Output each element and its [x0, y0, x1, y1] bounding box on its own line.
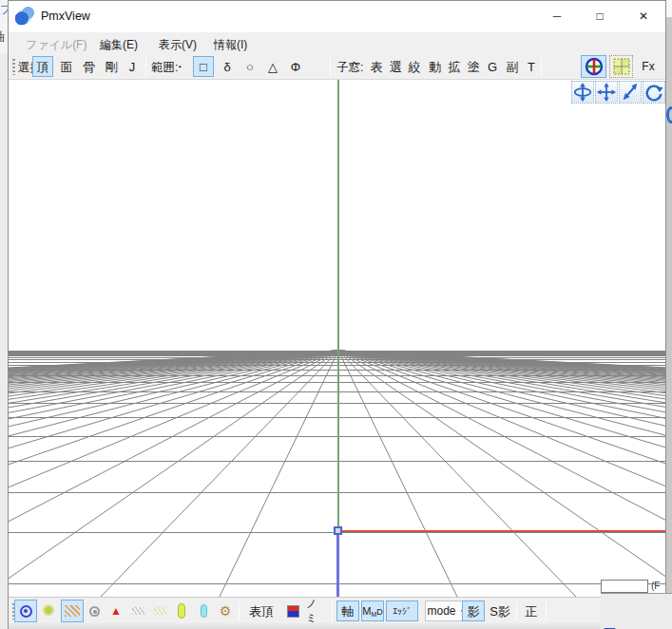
menu-file[interactable]: ファイル(F) — [23, 35, 89, 55]
mmd-icon: MMD — [362, 605, 383, 618]
fx-toggle-button[interactable]: Fx — [636, 56, 661, 77]
yellow-hatch-icon — [154, 607, 166, 615]
subwindow-t-button[interactable]: T — [523, 56, 540, 77]
green-capsule-icon — [178, 603, 185, 619]
pmxview-window: PmxView ─ □ ✕ ファイル(F) 編集(E) 表示(V) 情報(I) … — [8, 0, 666, 629]
title-bar[interactable]: PmxView ─ □ ✕ — [9, 1, 665, 32]
y-axis-line — [337, 80, 339, 531]
shadow-toggle[interactable]: 影 — [462, 600, 485, 621]
rotate-view-icon — [643, 82, 664, 103]
subwindow-filter-button[interactable]: 絞 — [405, 56, 424, 77]
subwindow-g-button[interactable]: G — [484, 56, 501, 77]
select-rigid-button[interactable]: 剛 — [101, 56, 122, 77]
pmxview-app-icon — [15, 7, 34, 26]
select-joint-button[interactable]: J — [123, 56, 142, 77]
main-toolbar: 選択: 頂 面 骨 剛 J 範囲: ・ □ δ ○ △ Φ 子窓: 表 選 絞 … — [9, 54, 665, 80]
background-icon-fragment — [666, 106, 672, 124]
bone-display-toggle[interactable] — [170, 600, 193, 622]
hatch-icon — [65, 605, 80, 617]
background-panel-fragment — [601, 593, 672, 629]
vertex-display-toggle[interactable] — [14, 600, 37, 622]
close-button[interactable]: ✕ — [628, 6, 659, 28]
subwindow-motion-button[interactable]: 動 — [426, 56, 445, 77]
subwindow-expand-button[interactable]: 拡 — [445, 56, 464, 77]
minimize-button[interactable]: ─ — [542, 6, 572, 28]
splat-display-toggle[interactable]: ✺ — [37, 600, 60, 622]
background-text-fragment: 軸 — [0, 29, 5, 46]
separator — [332, 601, 333, 620]
menu-view[interactable]: 表示(V) — [156, 35, 200, 55]
separator — [546, 601, 547, 620]
wire2-display-toggle[interactable] — [148, 600, 171, 622]
axis-view-icon — [585, 57, 604, 76]
zoom-arrow-icon — [620, 82, 641, 103]
subwindow-sub-button[interactable]: 副 — [503, 56, 522, 77]
triangle-icon: ▲ — [110, 605, 122, 617]
subwindow-display-button[interactable]: 表 — [367, 56, 386, 77]
front-view-button[interactable]: 正 — [521, 600, 542, 621]
range-phi-button[interactable]: Φ — [286, 56, 305, 77]
select-bone-button[interactable]: 骨 — [79, 56, 100, 77]
self-shadow-toggle[interactable]: S影 — [487, 600, 513, 621]
axis-view-toggle-button[interactable] — [581, 55, 606, 78]
viewport-3d[interactable] — [9, 80, 665, 597]
gray-hatch-icon — [132, 607, 144, 615]
z-axis-line — [336, 531, 339, 597]
menu-edit[interactable]: 編集(E) — [97, 35, 141, 55]
subwindow-select-button[interactable]: 選 — [386, 56, 405, 77]
hatch-display-toggle[interactable] — [61, 600, 84, 622]
range-circle-button[interactable]: ○ — [240, 56, 259, 77]
splat-icon: ✺ — [42, 603, 54, 619]
range-triangle-button[interactable]: △ — [263, 56, 282, 77]
edge-display-toggle[interactable]: ｴｯｼﾞ — [386, 600, 418, 621]
subwindow-label: 子窓: — [336, 60, 363, 76]
face-display-toggle[interactable]: ▲ — [105, 600, 127, 622]
axis-display-toggle[interactable]: 軸 — [336, 600, 359, 621]
range-delta-button[interactable]: δ — [218, 56, 237, 77]
material-display-toggle[interactable] — [282, 600, 303, 622]
background-text-fragment: (F — [651, 581, 660, 591]
range-box-button[interactable]: □ — [193, 56, 214, 77]
separator — [516, 601, 517, 620]
pan-button[interactable] — [595, 81, 618, 104]
quad-view-icon — [613, 58, 630, 75]
pan-move-icon — [596, 82, 617, 103]
origin-handle[interactable] — [334, 526, 342, 535]
orbit-rotate-button[interactable] — [571, 81, 594, 104]
toolbar-grip[interactable] — [11, 58, 16, 75]
window-title: PmxView — [41, 10, 90, 23]
material-icon — [287, 605, 299, 618]
separator — [541, 57, 542, 76]
wire-display-toggle[interactable] — [126, 600, 149, 622]
rigid-display-toggle[interactable] — [192, 600, 215, 622]
maximize-button[interactable]: □ — [585, 6, 615, 28]
range-point-button[interactable]: ・ — [170, 56, 189, 77]
separator — [145, 57, 146, 76]
background-input-fragment[interactable] — [601, 580, 648, 593]
vertex-icon — [20, 605, 32, 618]
joint-display-toggle[interactable]: ⚙ — [214, 600, 237, 622]
window-bottom-edge — [9, 623, 665, 629]
select-face-button[interactable]: 面 — [56, 56, 77, 77]
x-axis-line — [338, 530, 665, 532]
point-icon — [89, 606, 100, 617]
orbit-rotate-icon — [572, 82, 593, 103]
point-display-toggle[interactable] — [83, 600, 106, 622]
select-vertex-button[interactable]: 頂 — [32, 56, 53, 77]
menu-info[interactable]: 情報(I) — [211, 35, 250, 55]
background-window-corner: (F — [601, 580, 672, 629]
mmd-mode-toggle[interactable]: MMD — [361, 600, 384, 621]
quad-view-toggle-button[interactable] — [609, 55, 633, 78]
background-window-right-sliver — [666, 0, 672, 629]
rotate-view-button[interactable] — [643, 81, 665, 104]
normals-display-toggle[interactable]: ノミ — [305, 600, 328, 622]
background-panel-fragment — [666, 0, 672, 17]
separator — [457, 601, 458, 620]
separator — [239, 601, 240, 620]
screen: フ 軸 PmxView ─ □ ✕ ファイル(F) 編集(E) 表示(V) 情報… — [0, 0, 672, 629]
normals-icon: ノミ — [306, 597, 327, 625]
zoom-button[interactable] — [619, 81, 642, 104]
separator — [330, 57, 331, 76]
front-vertex-button[interactable]: 表頂 — [243, 600, 279, 621]
subwindow-paint-button[interactable]: 塗 — [464, 56, 483, 77]
